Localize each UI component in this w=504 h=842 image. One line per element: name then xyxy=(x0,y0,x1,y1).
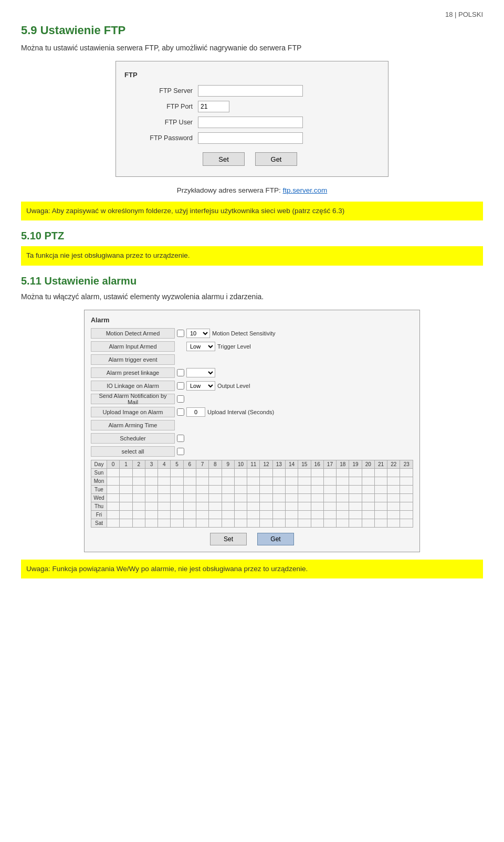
table-cell[interactable] xyxy=(337,485,349,493)
table-cell[interactable] xyxy=(183,468,196,477)
table-cell[interactable] xyxy=(171,468,183,477)
table-cell[interactable] xyxy=(349,468,362,477)
table-cell[interactable] xyxy=(387,485,400,493)
motion-detect-checkbox[interactable] xyxy=(177,330,184,337)
send-alarm-mail-checkbox[interactable] xyxy=(177,395,184,403)
table-cell[interactable] xyxy=(298,493,311,502)
table-cell[interactable] xyxy=(222,493,234,502)
table-cell[interactable] xyxy=(362,502,374,510)
table-cell[interactable] xyxy=(285,519,298,527)
table-cell[interactable] xyxy=(145,493,158,502)
table-cell[interactable] xyxy=(387,510,400,519)
table-cell[interactable] xyxy=(120,502,132,510)
table-cell[interactable] xyxy=(247,477,260,485)
select-all-checkbox[interactable] xyxy=(177,448,184,455)
table-cell[interactable] xyxy=(196,485,208,493)
table-cell[interactable] xyxy=(209,477,222,485)
table-cell[interactable] xyxy=(298,477,311,485)
table-cell[interactable] xyxy=(145,468,158,477)
table-cell[interactable] xyxy=(285,510,298,519)
table-cell[interactable] xyxy=(107,493,120,502)
table-cell[interactable] xyxy=(145,519,158,527)
table-cell[interactable] xyxy=(272,519,285,527)
table-cell[interactable] xyxy=(323,477,336,485)
table-cell[interactable] xyxy=(337,502,349,510)
table-cell[interactable] xyxy=(120,468,132,477)
table-cell[interactable] xyxy=(107,510,120,519)
table-cell[interactable] xyxy=(285,468,298,477)
table-cell[interactable] xyxy=(120,519,132,527)
table-cell[interactable] xyxy=(120,477,132,485)
table-cell[interactable] xyxy=(260,510,272,519)
table-cell[interactable] xyxy=(209,502,222,510)
table-cell[interactable] xyxy=(260,519,272,527)
motion-detect-select[interactable]: 10515 xyxy=(186,329,210,338)
table-cell[interactable] xyxy=(222,468,234,477)
table-cell[interactable] xyxy=(285,493,298,502)
table-cell[interactable] xyxy=(183,493,196,502)
table-cell[interactable] xyxy=(158,519,171,527)
ftp-user-input[interactable] xyxy=(198,117,303,128)
table-cell[interactable] xyxy=(234,493,247,502)
table-cell[interactable] xyxy=(374,468,387,477)
table-cell[interactable] xyxy=(209,510,222,519)
table-cell[interactable] xyxy=(209,519,222,527)
table-cell[interactable] xyxy=(400,510,413,519)
table-cell[interactable] xyxy=(374,493,387,502)
table-cell[interactable] xyxy=(260,493,272,502)
table-cell[interactable] xyxy=(260,502,272,510)
table-cell[interactable] xyxy=(374,519,387,527)
table-cell[interactable] xyxy=(272,468,285,477)
table-cell[interactable] xyxy=(196,502,208,510)
table-cell[interactable] xyxy=(349,519,362,527)
table-cell[interactable] xyxy=(337,519,349,527)
table-cell[interactable] xyxy=(247,502,260,510)
table-cell[interactable] xyxy=(107,519,120,527)
table-cell[interactable] xyxy=(323,493,336,502)
table-cell[interactable] xyxy=(362,519,374,527)
table-cell[interactable] xyxy=(234,468,247,477)
table-cell[interactable] xyxy=(311,510,323,519)
table-cell[interactable] xyxy=(337,510,349,519)
table-cell[interactable] xyxy=(323,519,336,527)
table-cell[interactable] xyxy=(183,502,196,510)
table-cell[interactable] xyxy=(311,502,323,510)
table-cell[interactable] xyxy=(374,477,387,485)
alarm-preset-linkage-checkbox[interactable] xyxy=(177,369,184,376)
table-cell[interactable] xyxy=(158,510,171,519)
table-cell[interactable] xyxy=(362,493,374,502)
ftp-set-button[interactable]: Set xyxy=(203,152,245,166)
table-cell[interactable] xyxy=(196,519,208,527)
table-cell[interactable] xyxy=(374,502,387,510)
table-cell[interactable] xyxy=(337,468,349,477)
table-cell[interactable] xyxy=(311,493,323,502)
table-cell[interactable] xyxy=(260,477,272,485)
table-cell[interactable] xyxy=(337,477,349,485)
table-cell[interactable] xyxy=(120,485,132,493)
table-cell[interactable] xyxy=(272,502,285,510)
upload-interval-input[interactable] xyxy=(186,407,205,417)
alarm-preset-linkage-select[interactable] xyxy=(186,368,215,377)
table-cell[interactable] xyxy=(132,477,145,485)
table-cell[interactable] xyxy=(400,493,413,502)
table-cell[interactable] xyxy=(272,485,285,493)
table-cell[interactable] xyxy=(323,502,336,510)
table-cell[interactable] xyxy=(120,510,132,519)
table-cell[interactable] xyxy=(107,468,120,477)
table-cell[interactable] xyxy=(222,519,234,527)
table-cell[interactable] xyxy=(311,477,323,485)
table-cell[interactable] xyxy=(362,468,374,477)
table-cell[interactable] xyxy=(171,493,183,502)
table-cell[interactable] xyxy=(323,485,336,493)
io-linkage-select[interactable]: LowHigh xyxy=(186,381,215,391)
table-cell[interactable] xyxy=(222,502,234,510)
table-cell[interactable] xyxy=(387,502,400,510)
table-cell[interactable] xyxy=(132,485,145,493)
table-cell[interactable] xyxy=(120,493,132,502)
table-cell[interactable] xyxy=(285,477,298,485)
table-cell[interactable] xyxy=(222,477,234,485)
table-cell[interactable] xyxy=(247,485,260,493)
table-cell[interactable] xyxy=(387,477,400,485)
table-cell[interactable] xyxy=(387,519,400,527)
table-cell[interactable] xyxy=(349,510,362,519)
